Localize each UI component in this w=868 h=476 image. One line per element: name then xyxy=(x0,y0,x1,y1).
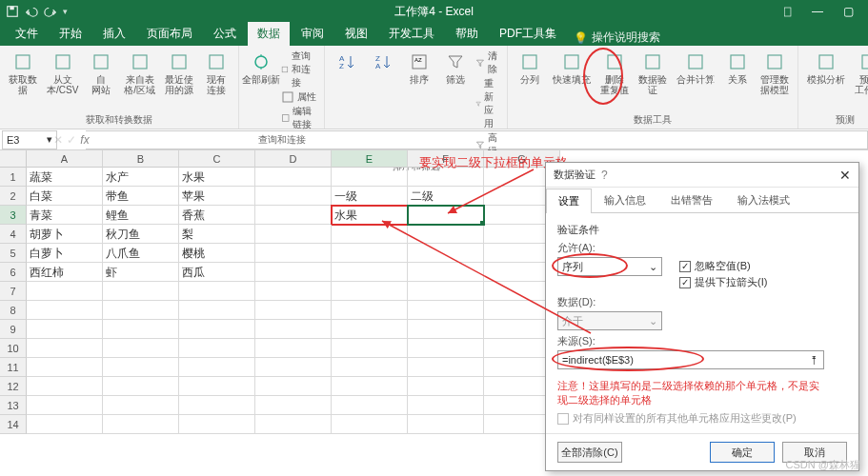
maximize-icon[interactable]: ▢ xyxy=(834,3,862,20)
col-header-D[interactable]: D xyxy=(255,150,332,168)
dt-btn-3[interactable]: 数据验 证 xyxy=(636,50,670,97)
ribbon-tab-9[interactable]: 帮助 xyxy=(446,22,488,46)
cell-E10[interactable] xyxy=(332,339,408,358)
ribbon-tab-7[interactable]: 视图 xyxy=(335,22,377,46)
sort-button[interactable]: AZ排序 xyxy=(403,50,435,87)
row-header-14[interactable]: 14 xyxy=(0,415,27,434)
cell-B14[interactable] xyxy=(103,415,179,434)
cell-A12[interactable] xyxy=(27,377,103,396)
dt-btn-1[interactable]: 快速填充 xyxy=(550,50,594,87)
row-header-1[interactable]: 1 xyxy=(0,168,27,187)
cell-B7[interactable] xyxy=(103,282,179,301)
cell-C3[interactable]: 香蕉 xyxy=(179,206,255,225)
cancel-entry-icon[interactable]: ✕ xyxy=(53,133,63,147)
cell-C1[interactable]: 水果 xyxy=(179,168,255,187)
row-header-12[interactable]: 12 xyxy=(0,377,27,396)
cell-A6[interactable]: 西红柿 xyxy=(27,263,103,282)
query-item-0[interactable]: 查询和连接 xyxy=(281,50,318,89)
row-header-7[interactable]: 7 xyxy=(0,282,27,301)
cell-D2[interactable] xyxy=(255,187,332,206)
cell-E14[interactable] xyxy=(332,415,408,434)
cell-B10[interactable] xyxy=(103,339,179,358)
save-icon[interactable] xyxy=(6,5,19,18)
dialog-close-icon[interactable]: ✕ xyxy=(839,168,851,183)
dialog-tab-1[interactable]: 输入信息 xyxy=(592,188,658,212)
ribbon-tab-0[interactable]: 文件 xyxy=(6,22,48,46)
cell-B9[interactable] xyxy=(103,320,179,339)
row-header-3[interactable]: 3 xyxy=(0,206,27,225)
cell-F10[interactable] xyxy=(408,339,484,358)
cell-F3[interactable] xyxy=(408,206,484,225)
confirm-entry-icon[interactable]: ✓ xyxy=(67,133,76,147)
cell-C2[interactable]: 苹果 xyxy=(179,187,255,206)
allow-select[interactable]: 序列⌄ xyxy=(557,257,662,276)
get-btn-5[interactable]: 现有 连接 xyxy=(200,50,232,97)
cell-E1[interactable] xyxy=(332,168,408,187)
ribbon-tab-3[interactable]: 页面布局 xyxy=(137,22,202,46)
get-btn-3[interactable]: 来自表 格/区域 xyxy=(121,50,158,97)
cell-E3[interactable]: 水果 xyxy=(332,206,408,225)
cell-A11[interactable] xyxy=(27,358,103,377)
ribbon-opts-icon[interactable]: ⎕ xyxy=(773,3,801,20)
ribbon-tab-2[interactable]: 插入 xyxy=(93,22,135,46)
sf-item-1[interactable]: 重新应用 xyxy=(475,77,501,130)
row-header-10[interactable]: 10 xyxy=(0,339,27,358)
col-header-A[interactable]: A xyxy=(27,150,103,168)
cell-D14[interactable] xyxy=(255,415,332,434)
cell-B12[interactable] xyxy=(103,377,179,396)
show-dropdown-checkbox[interactable]: ✓提供下拉箭头(I) xyxy=(679,275,767,289)
ribbon-tab-1[interactable]: 开始 xyxy=(50,22,91,46)
cell-A1[interactable]: 蔬菜 xyxy=(27,168,103,187)
dt-btn-2[interactable]: 删除 重复值 xyxy=(597,50,632,97)
cell-D12[interactable] xyxy=(255,377,332,396)
cell-D3[interactable] xyxy=(255,206,332,225)
cell-C11[interactable] xyxy=(179,358,255,377)
cell-D4[interactable] xyxy=(255,225,332,244)
dt-btn-0[interactable]: 分列 xyxy=(514,50,546,87)
cell-D1[interactable] xyxy=(255,168,332,187)
cell-F5[interactable] xyxy=(408,244,484,263)
row-header-13[interactable]: 13 xyxy=(0,396,27,415)
get-btn-0[interactable]: 获取数 据 xyxy=(6,50,40,97)
cell-B6[interactable]: 虾 xyxy=(103,263,179,282)
cell-E9[interactable] xyxy=(332,320,408,339)
cell-F1[interactable] xyxy=(408,168,484,187)
cell-C8[interactable] xyxy=(179,301,255,320)
cell-F14[interactable] xyxy=(408,415,484,434)
refresh-all-button[interactable]: 全部刷新 xyxy=(245,50,277,87)
cell-F6[interactable] xyxy=(408,263,484,282)
cell-B11[interactable] xyxy=(103,358,179,377)
cell-C5[interactable]: 樱桃 xyxy=(179,244,255,263)
ignore-blank-checkbox[interactable]: ✓忽略空值(B) xyxy=(679,259,767,273)
cell-B8[interactable] xyxy=(103,301,179,320)
col-header-F[interactable]: F xyxy=(408,150,484,168)
cell-D7[interactable] xyxy=(255,282,332,301)
cell-F11[interactable] xyxy=(408,358,484,377)
cell-C6[interactable]: 西瓜 xyxy=(179,263,255,282)
redo-icon[interactable] xyxy=(44,5,57,18)
cell-C12[interactable] xyxy=(179,377,255,396)
cell-D8[interactable] xyxy=(255,301,332,320)
row-header-4[interactable]: 4 xyxy=(0,225,27,244)
cell-B1[interactable]: 水产 xyxy=(103,168,179,187)
cell-B13[interactable] xyxy=(103,396,179,415)
query-item-1[interactable]: 属性 xyxy=(281,90,318,104)
row-header-5[interactable]: 5 xyxy=(0,244,27,263)
cell-E5[interactable] xyxy=(332,244,408,263)
cell-B3[interactable]: 鲤鱼 xyxy=(103,206,179,225)
row-header-11[interactable]: 11 xyxy=(0,358,27,377)
dialog-tab-2[interactable]: 出错警告 xyxy=(658,188,725,212)
cell-F13[interactable] xyxy=(408,396,484,415)
cell-E13[interactable] xyxy=(332,396,408,415)
cell-F2[interactable]: 二级 xyxy=(408,187,484,206)
cell-B5[interactable]: 八爪鱼 xyxy=(103,244,179,263)
minimize-icon[interactable]: — xyxy=(803,3,832,20)
ribbon-tab-8[interactable]: 开发工具 xyxy=(379,22,444,46)
cell-E11[interactable] xyxy=(332,358,408,377)
cell-E2[interactable]: 一级 xyxy=(332,187,408,206)
apply-all-checkbox[interactable]: 对有同样设置的所有其他单元格应用这些更改(P) xyxy=(557,411,847,426)
cell-D13[interactable] xyxy=(255,396,332,415)
get-btn-1[interactable]: 从文 本/CSV xyxy=(44,50,81,97)
dialog-tab-0[interactable]: 设置 xyxy=(546,188,592,213)
row-header-6[interactable]: 6 xyxy=(0,263,27,282)
